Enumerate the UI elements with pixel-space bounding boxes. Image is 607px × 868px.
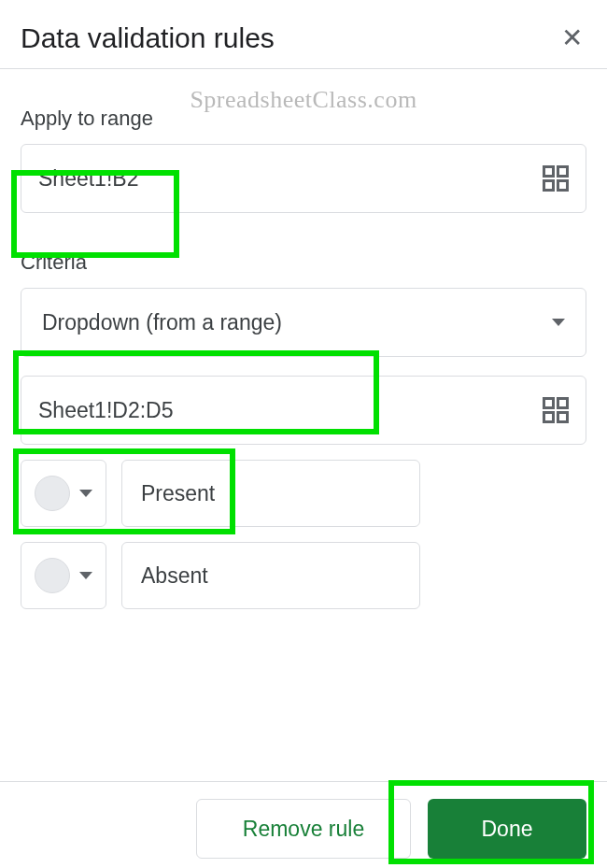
panel-title: Data validation rules: [21, 22, 275, 54]
range-input[interactable]: Sheet1!B2: [21, 144, 586, 213]
select-range-icon[interactable]: [543, 397, 569, 423]
done-button[interactable]: Done: [428, 799, 586, 859]
data-validation-panel: Data validation rules ✕ SpreadsheetClass…: [0, 0, 607, 609]
color-swatch: [35, 558, 70, 593]
divider: [0, 68, 607, 69]
option-color-picker[interactable]: [21, 460, 106, 527]
option-color-picker[interactable]: [21, 542, 106, 609]
option-row: Absent: [21, 542, 586, 609]
criteria-source-input[interactable]: Sheet1!D2:D5: [21, 376, 586, 445]
range-label: Apply to range: [21, 107, 586, 131]
panel-footer: Remove rule Done: [0, 781, 607, 859]
criteria-label: Criteria: [21, 250, 586, 275]
criteria-type-value: Dropdown (from a range): [42, 310, 282, 335]
chevron-down-icon: [79, 490, 92, 497]
chevron-down-icon: [79, 572, 92, 579]
option-row: Present: [21, 460, 586, 527]
option-value: Present: [141, 481, 215, 506]
chevron-down-icon: [552, 319, 565, 326]
criteria-source-value: Sheet1!D2:D5: [38, 398, 543, 423]
remove-rule-button[interactable]: Remove rule: [196, 799, 411, 859]
color-swatch: [35, 476, 70, 511]
option-value-input[interactable]: Present: [121, 460, 420, 527]
option-value: Absent: [141, 563, 208, 589]
option-value-input[interactable]: Absent: [121, 542, 420, 609]
panel-header: Data validation rules ✕: [21, 19, 586, 57]
select-range-icon[interactable]: [543, 165, 569, 192]
range-value: Sheet1!B2: [38, 166, 543, 192]
criteria-type-dropdown[interactable]: Dropdown (from a range): [21, 288, 586, 357]
close-icon[interactable]: ✕: [558, 19, 586, 57]
